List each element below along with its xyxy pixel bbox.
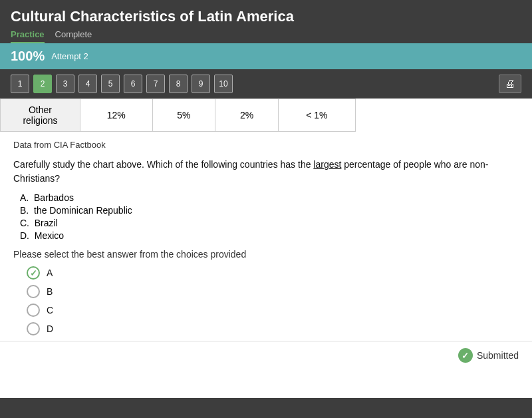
page-title: Cultural Characteristics of Latin Americ… (11, 8, 521, 25)
row-header: Other religions (1, 99, 80, 132)
table-row: Other religions 12% 5% 2% < 1% (1, 99, 356, 132)
choice-c: C. Brazil (20, 218, 519, 228)
table-section: Other religions 12% 5% 2% < 1% (0, 99, 532, 132)
choice-d: D. Mexico (20, 230, 519, 241)
cell-3: 2% (215, 99, 279, 132)
progress-bar: 100% Attempt 2 (0, 43, 532, 69)
radio-label-b: B (47, 286, 53, 297)
question-nav: 1 2 3 4 5 6 7 8 9 10 🖨 (0, 69, 532, 99)
q-btn-9[interactable]: 9 (192, 75, 210, 93)
question-body: Data from CIA Factbook Carefully study t… (0, 132, 532, 335)
cia-source: Data from CIA Factbook (13, 140, 519, 150)
radio-label-d: D (47, 323, 53, 334)
q-btn-6[interactable]: 6 (124, 75, 142, 93)
content-area: Other religions 12% 5% 2% < 1% Data from… (0, 99, 532, 398)
radio-row-c[interactable]: C (27, 304, 519, 317)
radio-row-b[interactable]: B (27, 285, 519, 298)
radio-b[interactable] (27, 285, 40, 298)
q-btn-2[interactable]: 2 (33, 75, 52, 93)
footer: ✓ Submitted (0, 341, 532, 369)
header-tabs: Practice Complete (11, 29, 521, 43)
radio-options: A B C D (13, 266, 519, 335)
header: Cultural Characteristics of Latin Americ… (0, 0, 532, 43)
check-icon: ✓ (458, 348, 473, 363)
radio-a[interactable] (27, 266, 40, 280)
q-btn-5[interactable]: 5 (101, 75, 120, 93)
progress-percent: 100% (11, 49, 45, 64)
q-btn-8[interactable]: 8 (169, 75, 188, 93)
choice-b: B. the Dominican Republic (20, 205, 519, 216)
q-btn-3[interactable]: 3 (56, 75, 74, 93)
radio-label-a: A (47, 268, 53, 278)
question-text: Carefully study the chart above. Which o… (13, 158, 519, 186)
data-table: Other religions 12% 5% 2% < 1% (0, 99, 356, 132)
attempt-label: Attempt 2 (51, 51, 88, 61)
q-btn-7[interactable]: 7 (146, 75, 165, 93)
cell-2: 5% (152, 99, 215, 132)
tab-practice[interactable]: Practice (11, 29, 45, 43)
choice-a: A. Barbados (20, 192, 519, 203)
cell-1: 12% (80, 99, 153, 132)
q-btn-4[interactable]: 4 (78, 75, 97, 93)
submitted-label: Submitted (477, 350, 519, 361)
radio-c[interactable] (27, 304, 40, 317)
radio-label-c: C (47, 305, 53, 315)
select-prompt: Please select the best answer from the c… (13, 249, 519, 260)
q-btn-10[interactable]: 10 (214, 75, 233, 93)
cell-4: < 1% (278, 99, 355, 132)
tab-complete[interactable]: Complete (55, 29, 92, 43)
choices-list: A. Barbados B. the Dominican Republic C.… (20, 192, 519, 241)
print-button[interactable]: 🖨 (499, 75, 521, 93)
q-btn-1[interactable]: 1 (11, 75, 29, 93)
radio-row-a[interactable]: A (27, 266, 519, 280)
radio-d[interactable] (27, 322, 40, 335)
radio-row-d[interactable]: D (27, 322, 519, 335)
submitted-badge: ✓ Submitted (458, 348, 519, 363)
